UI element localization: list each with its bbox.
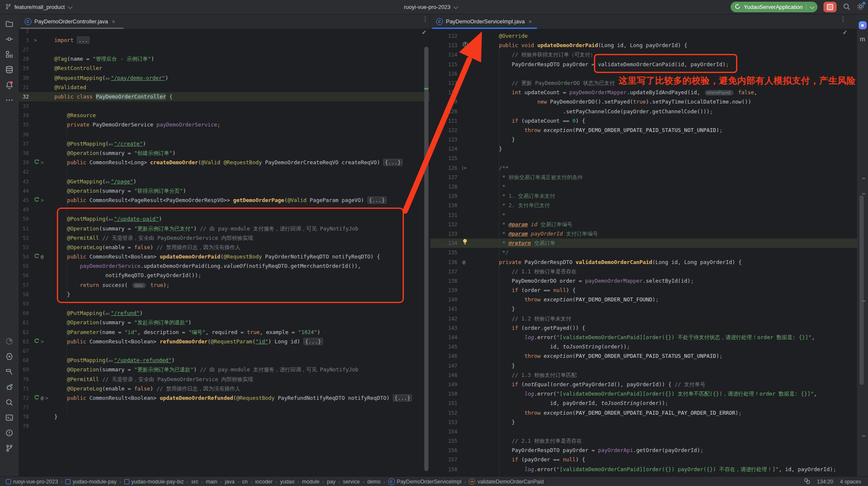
code-line-38[interactable]: 38 @Operation(summary = "创建示例订单") bbox=[19, 149, 430, 158]
code-line-124[interactable]: 124 } bbox=[430, 144, 857, 154]
code-line-43[interactable]: 43 @GetMapping(⊕∨"/page") bbox=[19, 177, 430, 186]
notifications-icon[interactable] bbox=[0, 77, 19, 93]
line-number[interactable]: 2 bbox=[19, 29, 31, 36]
code-line-61[interactable]: 61 @Operation(summary = "发起示例订单的退款") bbox=[19, 318, 430, 327]
code-line-37[interactable]: 37 @PostMapping(⊕∨"/create") bbox=[19, 139, 430, 149]
editor-options-kebab-icon[interactable]: ⋮ bbox=[840, 17, 843, 20]
line-number[interactable]: 63 bbox=[19, 337, 31, 346]
line-number[interactable]: 79 bbox=[19, 421, 31, 431]
line-number[interactable]: 145 bbox=[430, 342, 460, 351]
code-line-155[interactable]: 155 // 2.1 校验支付单是否存在 bbox=[430, 436, 857, 446]
code-line-30[interactable]: 30@RequestMapping(⊕∨"/pay/demo-order") bbox=[19, 73, 430, 83]
right-editor-scrollbar[interactable] bbox=[860, 195, 864, 385]
problems-icon[interactable] bbox=[0, 425, 19, 441]
line-number[interactable]: 29 bbox=[19, 64, 31, 73]
code-line-145[interactable]: 145 id, toJsonString(order)); bbox=[430, 342, 857, 351]
code-line-151[interactable]: 151 id, payOrderId, toJsonString(order))… bbox=[430, 399, 857, 408]
code-segment[interactable]: "/page" bbox=[111, 178, 133, 185]
code-line-77[interactable]: 77 bbox=[19, 403, 430, 412]
code-line-130[interactable]: 130 * 2. 支付单已支付 bbox=[430, 201, 857, 210]
line-number[interactable]: 153 bbox=[430, 418, 460, 427]
code-line-156[interactable]: 156 PayOrderRespDTO payOrder = payOrderA… bbox=[430, 446, 857, 455]
line-number[interactable]: 34 bbox=[19, 111, 31, 120]
left-editor-scrollbar[interactable] bbox=[424, 47, 428, 471]
line-number[interactable]: 155 bbox=[430, 436, 460, 446]
code-line-122[interactable]: 122 throw exception(PAY_DEMO_ORDER_UPDAT… bbox=[430, 126, 857, 135]
line-number[interactable]: 53 bbox=[19, 243, 31, 252]
editor-splitter[interactable] bbox=[430, 14, 430, 476]
line-number[interactable]: 50 bbox=[19, 214, 31, 224]
line-number[interactable]: 35 bbox=[19, 120, 31, 129]
code-segment[interactable]: "/pay/demo-order" bbox=[111, 75, 165, 81]
code-line-60[interactable]: 60 @PutMapping(⊕∨"/refund") bbox=[19, 309, 430, 318]
line-number[interactable]: 125 bbox=[430, 154, 460, 163]
endpoint-gutter-icon[interactable] bbox=[34, 337, 39, 346]
code-line-123[interactable]: 123 } bbox=[430, 135, 857, 144]
code-line-119[interactable]: 119 new PayDemoOrderDO().setPayed(true).… bbox=[430, 97, 857, 107]
line-number[interactable]: 62 bbox=[19, 328, 31, 337]
endpoint-gutter-icon[interactable] bbox=[34, 196, 39, 205]
inspections-ok-icon[interactable]: ✓ bbox=[422, 29, 427, 36]
line-number[interactable]: 60 bbox=[19, 309, 31, 318]
line-number[interactable]: 57 bbox=[19, 281, 31, 290]
line-number[interactable]: 133 bbox=[430, 229, 460, 239]
line-number[interactable]: 45 bbox=[19, 196, 31, 205]
line-number[interactable]: 156 bbox=[430, 446, 460, 455]
structure-icon[interactable] bbox=[0, 47, 19, 62]
line-number[interactable]: 32 bbox=[19, 92, 31, 101]
code-line-139[interactable]: 139 if (order == null) { bbox=[430, 286, 857, 295]
code-line-44[interactable]: 44 @Operation(summary = "获得示例订单分页") bbox=[19, 186, 430, 196]
code-line-135[interactable]: 135 */ bbox=[430, 248, 857, 257]
code-line-32[interactable]: 32public class PayDemoOrderController { bbox=[19, 92, 430, 101]
line-number[interactable]: 58 bbox=[19, 290, 31, 299]
line-number[interactable]: 136 bbox=[430, 258, 460, 267]
endpoint-gutter-icon[interactable] bbox=[34, 393, 39, 403]
breadcrumb-item[interactable]: yudao bbox=[280, 479, 294, 485]
line-number[interactable]: 143 bbox=[430, 323, 460, 333]
line-number[interactable]: 146 bbox=[430, 351, 460, 361]
code-line-29[interactable]: 29@RestController bbox=[19, 64, 430, 73]
code-line-27[interactable]: 27 bbox=[19, 45, 430, 54]
line-number[interactable]: 70 bbox=[19, 375, 31, 384]
more-icon[interactable] bbox=[0, 93, 19, 108]
plugin-m-icon[interactable]: m bbox=[857, 35, 868, 42]
code-line-28[interactable]: 28@Tag(name = "管理后台 - 示例订单") bbox=[19, 54, 430, 64]
breadcrumb-item[interactable]: java bbox=[225, 479, 235, 485]
code-line-112[interactable]: 112 @Override bbox=[430, 31, 857, 41]
code-line-134[interactable]: 134 * @return 交易订单 bbox=[430, 239, 857, 248]
code-line-70[interactable]: 70 @PermitAll // 无需登录，安全由 PayDemoOrderSe… bbox=[19, 375, 430, 384]
code-line-39[interactable]: 39> public CommonResult<Long> createDemo… bbox=[19, 158, 430, 167]
line-number[interactable]: 148 bbox=[430, 371, 460, 380]
line-number[interactable]: 147 bbox=[430, 361, 460, 371]
line-number[interactable]: 112 bbox=[430, 31, 460, 41]
debug-icon[interactable] bbox=[0, 379, 19, 395]
breadcrumb-item[interactable]: CPayDemoOrderServiceImpl bbox=[388, 478, 462, 485]
line-number[interactable]: 127 bbox=[430, 173, 460, 182]
code-line-136[interactable]: 136@ private PayOrderRespDTO validateDem… bbox=[430, 258, 857, 267]
line-number[interactable]: 55 bbox=[19, 261, 31, 271]
line-number[interactable]: 118 bbox=[430, 88, 460, 97]
breadcrumb-item[interactable]: iocoder bbox=[255, 479, 272, 485]
line-number[interactable]: 121 bbox=[430, 116, 460, 126]
line-number[interactable]: 120 bbox=[430, 107, 460, 116]
code-line-132[interactable]: 132 * @param id 交易订单编号 bbox=[430, 220, 857, 229]
fold-arrow-icon[interactable]: > bbox=[41, 337, 44, 346]
code-line-62[interactable]: 62 @Parameter(name = "id", description =… bbox=[19, 328, 430, 337]
find-icon[interactable] bbox=[0, 395, 19, 410]
line-number[interactable]: 71 bbox=[19, 384, 31, 393]
breadcrumb-item[interactable]: yudao-module-pay bbox=[65, 479, 117, 485]
code-line-150[interactable]: 150 log.error("[validateDemoOrderCanPaid… bbox=[430, 389, 857, 399]
inspections-ok-icon[interactable]: ✓ bbox=[843, 29, 848, 36]
line-number[interactable]: 43 bbox=[19, 177, 31, 186]
fold-arrow-icon[interactable]: > bbox=[41, 196, 44, 205]
line-number[interactable]: 123 bbox=[430, 135, 460, 144]
branch-widget[interactable]: feature/mall_product bbox=[5, 3, 71, 11]
line-number[interactable]: 38 bbox=[19, 149, 31, 158]
stop-button[interactable] bbox=[823, 2, 837, 12]
code-line-36[interactable]: 36 bbox=[19, 130, 430, 139]
line-number[interactable]: 154 bbox=[430, 427, 460, 436]
line-number[interactable]: 137 bbox=[430, 267, 460, 276]
code-line-69[interactable]: 69 @Operation(summary = "更新示例订单为已退款") //… bbox=[19, 365, 430, 374]
code-segment[interactable]: "/create" bbox=[114, 140, 143, 147]
code-line-33[interactable]: 33 bbox=[19, 101, 430, 111]
